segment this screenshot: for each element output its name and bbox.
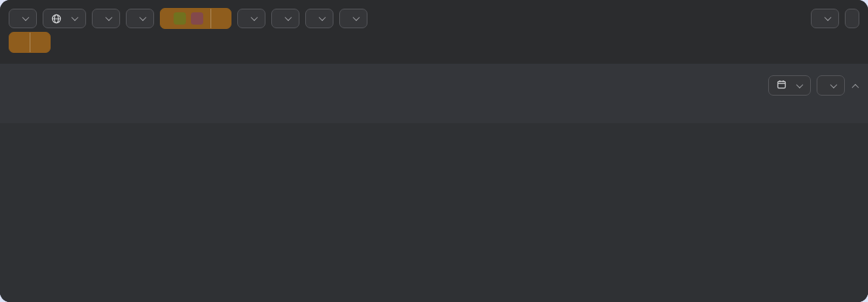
chevron-down-icon (353, 14, 360, 21)
intents-remove-button[interactable] (216, 9, 231, 28)
filter-kd[interactable] (305, 9, 333, 28)
date-range-button[interactable] (768, 75, 811, 96)
filter-toolbar (0, 0, 868, 64)
filter-lowest-dr[interactable] (237, 9, 265, 28)
chevron-down-icon (285, 14, 292, 21)
chip-divider (30, 33, 30, 52)
add-preset-plus-button[interactable] (845, 9, 859, 28)
chip-divider (210, 9, 211, 28)
chevron-down-icon (106, 14, 113, 21)
filter-position[interactable] (92, 9, 120, 28)
filter-all-locations[interactable] (43, 9, 86, 28)
filter-entities[interactable] (126, 9, 154, 28)
chevron-down-icon (825, 14, 832, 21)
chevron-up-icon (852, 83, 859, 91)
app-card (0, 0, 868, 302)
globe-icon (51, 14, 61, 24)
filter-intents-chip[interactable] (160, 8, 231, 29)
filter-monthly-volume[interactable] (9, 9, 37, 28)
chart-background (0, 123, 868, 302)
granularity-button[interactable] (817, 75, 845, 96)
chevron-down-icon (72, 14, 79, 21)
chevron-down-icon (830, 81, 838, 88)
serp-remove-button[interactable] (35, 33, 50, 52)
presets-button[interactable] (811, 9, 839, 28)
chevron-down-icon (796, 81, 804, 88)
filter-row-1 (9, 8, 859, 29)
panel-controls (768, 75, 859, 96)
chevron-down-icon (22, 14, 30, 21)
add-filter-button[interactable] (68, 42, 82, 43)
filter-serp-features-chip[interactable] (9, 32, 51, 53)
intent-badge-c (174, 12, 186, 25)
filter-cpc[interactable] (339, 9, 367, 28)
calendar-icon (777, 80, 786, 91)
chevron-down-icon (140, 14, 147, 21)
collapse-panel-button[interactable] (851, 77, 859, 94)
filter-row-2 (9, 32, 859, 53)
intent-badge-t (191, 12, 203, 25)
panel-header (13, 75, 859, 96)
chevron-down-icon (319, 14, 326, 21)
filter-volume[interactable] (271, 9, 299, 28)
chevron-down-icon (251, 14, 258, 21)
